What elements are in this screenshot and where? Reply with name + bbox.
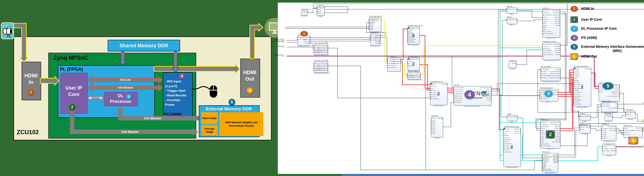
block-port[interactable]: hEndIn — [543, 163, 546, 164]
ip-block-hdmi_tx_if_0[interactable]: hdmi_tx_if_0hdmi_tx_if_v1_0hdmi_clkhdmi_… — [624, 127, 642, 137]
block-port[interactable]: hdmi_data_de[15:0] — [624, 130, 633, 131]
block-port[interactable]: mb_reset — [555, 69, 560, 70]
block-port[interactable]: In5[0:0] — [432, 128, 435, 129]
block-port[interactable]: + S04_AXI — [574, 76, 579, 77]
block-port[interactable]: peripheral_reset[0:0] — [550, 73, 560, 74]
block-port[interactable]: vStartIn — [543, 25, 547, 26]
block-port[interactable]: hdmi_clk — [624, 128, 628, 129]
block-port[interactable]: S00_ARESETN — [574, 84, 582, 85]
block-port[interactable]: M00_AXI + — [514, 129, 520, 130]
ip-block-proc_sys_reset_150M[interactable]: proc_sys_reset_150MProcessor System Rese… — [314, 62, 328, 72]
block-port[interactable]: vEndIn — [543, 166, 546, 167]
block-port[interactable]: Dout[7:0] — [512, 9, 516, 10]
block-port[interactable]: + AXI4_Lite — [541, 122, 546, 123]
block-port[interactable]: emio_gpio_i[94:0] — [482, 91, 490, 93]
block-port[interactable]: S01_ARESETN — [504, 151, 511, 153]
block-port[interactable]: mb_reset — [323, 63, 327, 64]
block-port[interactable]: aux_reset_in — [541, 73, 547, 74]
block-port[interactable]: validIn — [370, 29, 373, 30]
block-port[interactable]: S00_ACLK — [504, 137, 509, 138]
ip-block-xlslice_0[interactable]: xlslice_0SliceDin[15:0]Dout[7:0] — [507, 8, 517, 13]
block-port[interactable]: m_axi_s2mm_aclk — [388, 67, 396, 68]
block-port[interactable]: vEndIn — [370, 28, 373, 29]
block-port[interactable]: M_AXIS_MM2S + — [392, 63, 400, 64]
block-port[interactable]: ACLK — [574, 78, 577, 79]
block-port[interactable]: GIn[7:0] — [541, 130, 544, 131]
block-port[interactable]: vEndIn — [541, 139, 544, 141]
block-port[interactable]: S02_ACLK — [574, 94, 579, 95]
block-port[interactable]: validIn — [543, 167, 546, 168]
block-port[interactable]: vStartIn — [541, 137, 544, 139]
ip-block-imageon_init_0[interactable]: imageon_init_0imageon_init_v1_0GPIO_T_in… — [601, 102, 617, 112]
block-port[interactable]: hdmi_data_de[15:0] — [300, 37, 309, 38]
block-port[interactable]: hdmi_hs_de — [304, 39, 309, 40]
block-port[interactable]: GPIO_I_out[63:0] — [609, 108, 617, 109]
block-port[interactable]: hStartOut — [554, 17, 559, 18]
block-port[interactable]: dout[7:0] — [438, 118, 442, 119]
block-port[interactable]: vEndIn — [543, 27, 546, 28]
block-port[interactable]: bus_struct_reset[0:0] — [550, 71, 560, 72]
block-port[interactable]: slowest_sync_clk — [315, 45, 323, 46]
block-port[interactable]: axis_rd_data_count[31:0] — [408, 76, 419, 78]
block-port[interactable]: + S_AXI_HP1_FPD — [454, 89, 464, 90]
block-port[interactable]: slowest_sync_clk — [541, 69, 549, 70]
block-port[interactable]: GPIO_LED[7:0] — [552, 141, 559, 143]
block-port[interactable]: in3[7:0] — [318, 13, 321, 14]
block-port[interactable]: IPCORE_CLK — [543, 155, 550, 157]
block-port[interactable]: In0[7:0] — [580, 127, 584, 128]
block-port[interactable]: + AXI4_Lite — [543, 10, 548, 12]
block-port[interactable]: + AXI4_Lite — [543, 46, 548, 47]
collapse-icon[interactable]: + — [574, 68, 575, 69]
block-port[interactable]: peripheral_aresetn[0:0] — [316, 70, 327, 71]
block-port[interactable]: S04_ACLK — [574, 102, 579, 103]
block-port[interactable]: dbg_bus[511:0] — [612, 92, 619, 93]
block-port[interactable]: hdmi_tx_data[15:0] — [633, 130, 642, 131]
ip-block-axi_vdma_cpu_ic[interactable]: axi_vdma_cpu_icAXI Interconnect+ S00_AXI… — [408, 58, 419, 70]
block-port[interactable]: emio_gpio_t[94:0] — [482, 95, 490, 97]
block-port[interactable]: S01_ACLK — [504, 149, 509, 150]
port-glyph[interactable] — [642, 122, 644, 124]
block-port[interactable]: In6[0:0] — [432, 130, 435, 132]
ip-block-xlconstant_b1[interactable]: xlconstant_b1Constantdout[0:0] — [508, 62, 516, 68]
block-port[interactable]: ext_reset_in — [541, 71, 547, 72]
block-port[interactable]: vStartIn — [370, 26, 374, 27]
block-port[interactable]: M00_AXI + — [414, 59, 418, 60]
block-port[interactable]: vht_vstart — [375, 40, 379, 41]
block-port[interactable]: validOut — [555, 25, 559, 26]
block-port[interactable]: peripheral_aresetn[0:0] — [549, 77, 560, 78]
block-port[interactable]: init — [616, 106, 617, 107]
block-port[interactable]: M_AXI_HPM0_FPD + — [480, 87, 490, 88]
block-port[interactable]: iic2intc_irpt — [610, 148, 615, 149]
block-port[interactable]: vEndOut — [555, 52, 559, 53]
block-port[interactable]: S00_ARESETN — [504, 139, 511, 140]
block-port[interactable]: hStartOut — [553, 157, 557, 158]
block-port[interactable]: hdmi_vs_de — [304, 41, 309, 42]
block-port[interactable]: ACLK — [408, 31, 411, 32]
block-port[interactable]: interconnect_aresetn[0:0] — [315, 50, 327, 51]
block-port[interactable]: CbCrOut[7:0] — [551, 155, 557, 157]
block-port[interactable]: In0[0:0] — [432, 118, 435, 119]
block-port[interactable]: YOut[7:0] — [553, 154, 557, 155]
block-port[interactable]: AXI4_Lite_ARESETN — [543, 33, 553, 34]
block-port[interactable]: peripheral_reset[0:0] — [318, 48, 327, 49]
block-port[interactable]: BOut[7:0] — [555, 130, 559, 131]
block-port[interactable]: Din[15:0] — [507, 19, 512, 20]
block-port[interactable]: m_axi_mm2s_aclk — [388, 65, 396, 66]
block-port[interactable]: ACLK — [408, 63, 411, 64]
block-port[interactable]: GPIO_0 — [487, 89, 490, 90]
block-port[interactable]: S01_ARESETN — [574, 92, 582, 93]
ip-block-body[interactable] — [580, 115, 590, 121]
block-port[interactable]: vStartOut — [555, 50, 559, 51]
block-port[interactable]: hStartOut — [555, 46, 559, 47]
port-glyph[interactable] — [642, 120, 644, 122]
block-port[interactable]: M_AXIS_VIDEO + — [372, 19, 380, 20]
block-port[interactable]: Din[15:0] — [507, 9, 512, 10]
block-port[interactable]: M_AXIS + — [415, 73, 419, 74]
block-port[interactable]: hStartIn — [541, 133, 544, 135]
block-port[interactable]: hdmi_clk — [305, 43, 309, 44]
block-port[interactable]: AXI4_Lite_ACLK — [543, 168, 550, 170]
block-port[interactable]: vht_vend — [375, 41, 379, 42]
block-port[interactable]: hEndIn — [543, 23, 546, 24]
block-port[interactable]: S00_ARESETN — [431, 94, 438, 95]
block-port[interactable]: s_axi_aresetn — [603, 150, 610, 151]
